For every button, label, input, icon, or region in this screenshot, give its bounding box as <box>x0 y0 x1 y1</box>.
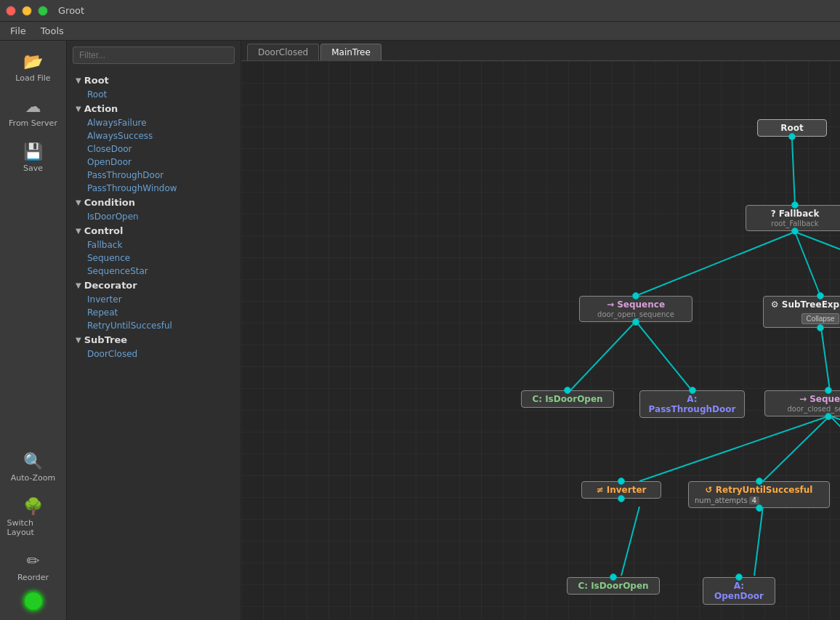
auto-zoom-button[interactable]: 🔍 Auto-Zoom <box>4 446 62 488</box>
node-subtree-title: ⚙ SubTreeExpanded <box>770 299 840 310</box>
node-ido2-title: C: IsDoorOpen <box>573 581 653 591</box>
node-inverter[interactable]: ≠ Inverter <box>581 481 661 499</box>
conn-seq1-bottom <box>632 318 639 326</box>
save-button[interactable]: 💾 Save <box>4 137 62 179</box>
auto-zoom-label: Auto-Zoom <box>11 473 55 483</box>
tree-item-alwaysfailure[interactable]: AlwaysFailure <box>67 116 241 129</box>
conn-retry-bottom <box>756 504 763 512</box>
svg-line-9 <box>830 416 840 481</box>
retry-param-key: num_attempts <box>695 496 748 504</box>
category-condition[interactable]: ▼ Condition <box>67 195 241 210</box>
conn-ido1-top <box>564 387 571 394</box>
load-file-label: Load File <box>15 73 50 83</box>
load-file-button[interactable]: 📂 Load File <box>4 47 62 89</box>
category-root[interactable]: ▼ Root <box>67 73 241 88</box>
conn-seq1-top <box>632 292 639 299</box>
arrow-condition: ▼ <box>76 198 81 206</box>
node-sequence2[interactable]: → Sequence door_closed_sequence <box>764 390 840 416</box>
from-server-icon: ☁ <box>25 97 41 116</box>
tree-item-retryuntilsuccesful[interactable]: RetryUntilSuccesful <box>67 319 241 332</box>
svg-line-6 <box>820 323 830 390</box>
arrow-decorator: ▼ <box>76 281 81 289</box>
reorder-label: Reorder <box>17 573 49 582</box>
svg-line-0 <box>792 140 795 205</box>
category-decorator-label: Decorator <box>84 280 137 291</box>
svg-line-10 <box>830 416 840 481</box>
tree-item-closedoor[interactable]: CloseDoor <box>67 142 241 156</box>
app-title: Groot <box>58 5 84 16</box>
minimize-button[interactable] <box>22 6 32 16</box>
tree-item-alwayssuccess[interactable]: AlwaysSuccess <box>67 129 241 142</box>
reorder-button[interactable]: ✏ Reorder <box>4 546 62 588</box>
node-seq2-title: → Sequence <box>771 394 840 404</box>
node-retry-title: ↺ RetryUntilSuccesful <box>695 485 823 495</box>
conn-fallback-bottom <box>791 228 799 235</box>
tab-doorclosed[interactable]: DoorClosed <box>247 44 319 60</box>
tabs: DoorClosed MainTree <box>241 41 840 61</box>
conn-fallback-top <box>791 201 799 209</box>
svg-line-4 <box>570 321 636 390</box>
node-od-title: A: OpenDoor <box>709 581 769 601</box>
tree-item-repeat[interactable]: Repeat <box>67 306 241 319</box>
tree-item-root[interactable]: Root <box>67 88 241 101</box>
tab-maintree[interactable]: MainTree <box>320 44 381 60</box>
node-passthroughdoor1[interactable]: A: PassThroughDoor <box>639 390 745 418</box>
svg-line-2 <box>795 232 820 296</box>
maximize-button[interactable] <box>38 6 48 16</box>
canvas-area: DoorClosed MainTree <box>241 41 840 620</box>
svg-line-3 <box>795 232 840 296</box>
category-subtree-label: SubTree <box>84 334 127 345</box>
svg-line-7 <box>639 416 830 481</box>
node-isdooropen2[interactable]: C: IsDoorOpen <box>567 577 660 595</box>
conn-ptd1-top <box>689 387 696 394</box>
node-sequence1[interactable]: → Sequence door_open_sequence <box>579 296 692 322</box>
tree-item-doorclosed[interactable]: DoorClosed <box>67 347 241 361</box>
menubar: File Tools <box>0 22 840 41</box>
node-fallback[interactable]: ? Fallback root_Fallback <box>746 205 840 231</box>
node-ido1-title: C: IsDoorOpen <box>528 394 607 404</box>
menu-file[interactable]: File <box>3 24 33 38</box>
svg-line-11 <box>621 507 639 576</box>
category-control-label: Control <box>84 225 124 236</box>
node-opendoor[interactable]: A: OpenDoor <box>703 577 775 605</box>
conn-subtree-bottom <box>817 324 824 331</box>
node-fallback-subtitle: root_Fallback <box>752 220 838 228</box>
node-isdooropen1[interactable]: C: IsDoorOpen <box>521 390 614 408</box>
node-inv-title: ≠ Inverter <box>588 485 655 495</box>
category-condition-label: Condition <box>84 197 135 208</box>
node-seq1-title: → Sequence <box>586 299 686 310</box>
tree-item-passthroughdoor[interactable]: PassThroughDoor <box>67 169 241 182</box>
tree-item-isdooropen[interactable]: IsDoorOpen <box>67 210 241 223</box>
save-icon: 💾 <box>23 142 43 161</box>
switch-layout-button[interactable]: 🌳 Switch Layout <box>4 491 62 543</box>
from-server-button[interactable]: ☁ From Server <box>4 92 62 134</box>
svg-line-12 <box>754 507 763 576</box>
svg-line-5 <box>636 321 692 390</box>
tree-item-fallback[interactable]: Fallback <box>67 238 241 251</box>
tree-item-sequencestar[interactable]: SequenceStar <box>67 265 241 278</box>
conn-seq2-bottom <box>825 413 832 420</box>
node-root[interactable]: Root <box>757 119 827 137</box>
graph-canvas[interactable]: Root ? Fallback root_Fallback → Sequence… <box>241 61 840 620</box>
conn-subtree-top <box>817 292 824 299</box>
main-layout: 📂 Load File ☁ From Server 💾 Save 🔍 Auto-… <box>0 41 840 620</box>
menu-tools[interactable]: Tools <box>33 24 71 38</box>
node-subtree[interactable]: ⚙ SubTreeExpanded Collapse <box>763 296 840 328</box>
tree-item-opendoor[interactable]: OpenDoor <box>67 156 241 169</box>
arrow-control: ▼ <box>76 227 81 235</box>
filter-input[interactable] <box>73 47 235 64</box>
category-decorator[interactable]: ▼ Decorator <box>67 278 241 293</box>
collapse-button[interactable]: Collapse <box>801 313 840 324</box>
tree-panel: ▼ Root Root ▼ Action AlwaysFailure Alway… <box>67 70 241 620</box>
close-button[interactable] <box>6 6 16 16</box>
tree-item-passthroughwindow[interactable]: PassThroughWindow <box>67 182 241 195</box>
sidebar: ▼ Root Root ▼ Action AlwaysFailure Alway… <box>67 41 241 620</box>
status-light <box>23 591 44 611</box>
node-retry[interactable]: ↺ RetryUntilSuccesful num_attempts 4 <box>688 481 830 508</box>
category-subtree[interactable]: ▼ SubTree <box>67 332 241 347</box>
tree-item-inverter[interactable]: Inverter <box>67 293 241 306</box>
tree-item-sequence[interactable]: Sequence <box>67 251 241 265</box>
category-control[interactable]: ▼ Control <box>67 223 241 238</box>
arrow-subtree: ▼ <box>76 336 81 344</box>
category-action[interactable]: ▼ Action <box>67 101 241 116</box>
